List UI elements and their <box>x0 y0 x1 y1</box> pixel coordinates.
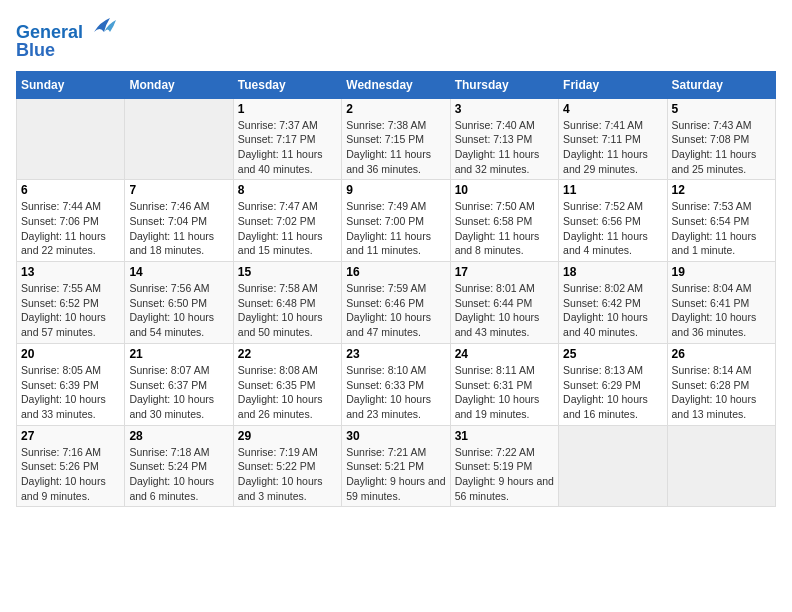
header-row: SundayMondayTuesdayWednesdayThursdayFrid… <box>17 71 776 98</box>
calendar-cell: 10Sunrise: 7:50 AM Sunset: 6:58 PM Dayli… <box>450 180 558 262</box>
day-detail: Sunrise: 8:05 AM Sunset: 6:39 PM Dayligh… <box>21 363 120 422</box>
day-number: 26 <box>672 347 771 361</box>
calendar-cell: 25Sunrise: 8:13 AM Sunset: 6:29 PM Dayli… <box>559 343 667 425</box>
day-detail: Sunrise: 7:53 AM Sunset: 6:54 PM Dayligh… <box>672 199 771 258</box>
day-number: 11 <box>563 183 662 197</box>
day-detail: Sunrise: 7:41 AM Sunset: 7:11 PM Dayligh… <box>563 118 662 177</box>
day-number: 29 <box>238 429 337 443</box>
day-detail: Sunrise: 8:08 AM Sunset: 6:35 PM Dayligh… <box>238 363 337 422</box>
day-number: 4 <box>563 102 662 116</box>
calendar-cell: 16Sunrise: 7:59 AM Sunset: 6:46 PM Dayli… <box>342 262 450 344</box>
day-detail: Sunrise: 8:01 AM Sunset: 6:44 PM Dayligh… <box>455 281 554 340</box>
day-number: 2 <box>346 102 445 116</box>
calendar-cell: 24Sunrise: 8:11 AM Sunset: 6:31 PM Dayli… <box>450 343 558 425</box>
day-number: 21 <box>129 347 228 361</box>
day-number: 1 <box>238 102 337 116</box>
day-detail: Sunrise: 8:02 AM Sunset: 6:42 PM Dayligh… <box>563 281 662 340</box>
calendar-cell: 17Sunrise: 8:01 AM Sunset: 6:44 PM Dayli… <box>450 262 558 344</box>
calendar-cell: 30Sunrise: 7:21 AM Sunset: 5:21 PM Dayli… <box>342 425 450 507</box>
logo: General Blue <box>16 16 118 61</box>
day-detail: Sunrise: 7:55 AM Sunset: 6:52 PM Dayligh… <box>21 281 120 340</box>
day-detail: Sunrise: 7:43 AM Sunset: 7:08 PM Dayligh… <box>672 118 771 177</box>
day-detail: Sunrise: 7:19 AM Sunset: 5:22 PM Dayligh… <box>238 445 337 504</box>
calendar-cell: 5Sunrise: 7:43 AM Sunset: 7:08 PM Daylig… <box>667 98 775 180</box>
calendar-cell: 13Sunrise: 7:55 AM Sunset: 6:52 PM Dayli… <box>17 262 125 344</box>
day-detail: Sunrise: 7:52 AM Sunset: 6:56 PM Dayligh… <box>563 199 662 258</box>
day-detail: Sunrise: 7:58 AM Sunset: 6:48 PM Dayligh… <box>238 281 337 340</box>
day-number: 8 <box>238 183 337 197</box>
calendar-cell: 8Sunrise: 7:47 AM Sunset: 7:02 PM Daylig… <box>233 180 341 262</box>
day-number: 19 <box>672 265 771 279</box>
calendar-cell: 19Sunrise: 8:04 AM Sunset: 6:41 PM Dayli… <box>667 262 775 344</box>
day-number: 7 <box>129 183 228 197</box>
day-detail: Sunrise: 8:14 AM Sunset: 6:28 PM Dayligh… <box>672 363 771 422</box>
calendar-cell: 22Sunrise: 8:08 AM Sunset: 6:35 PM Dayli… <box>233 343 341 425</box>
day-detail: Sunrise: 7:59 AM Sunset: 6:46 PM Dayligh… <box>346 281 445 340</box>
day-number: 14 <box>129 265 228 279</box>
calendar-cell: 31Sunrise: 7:22 AM Sunset: 5:19 PM Dayli… <box>450 425 558 507</box>
calendar-cell <box>559 425 667 507</box>
header-day-tuesday: Tuesday <box>233 71 341 98</box>
day-detail: Sunrise: 7:49 AM Sunset: 7:00 PM Dayligh… <box>346 199 445 258</box>
calendar-cell: 28Sunrise: 7:18 AM Sunset: 5:24 PM Dayli… <box>125 425 233 507</box>
calendar-cell <box>17 98 125 180</box>
day-number: 31 <box>455 429 554 443</box>
week-row-2: 6Sunrise: 7:44 AM Sunset: 7:06 PM Daylig… <box>17 180 776 262</box>
calendar-cell: 23Sunrise: 8:10 AM Sunset: 6:33 PM Dayli… <box>342 343 450 425</box>
day-number: 24 <box>455 347 554 361</box>
day-number: 3 <box>455 102 554 116</box>
calendar-cell: 7Sunrise: 7:46 AM Sunset: 7:04 PM Daylig… <box>125 180 233 262</box>
day-detail: Sunrise: 8:11 AM Sunset: 6:31 PM Dayligh… <box>455 363 554 422</box>
day-detail: Sunrise: 7:46 AM Sunset: 7:04 PM Dayligh… <box>129 199 228 258</box>
day-number: 23 <box>346 347 445 361</box>
day-number: 13 <box>21 265 120 279</box>
day-detail: Sunrise: 7:21 AM Sunset: 5:21 PM Dayligh… <box>346 445 445 504</box>
day-number: 25 <box>563 347 662 361</box>
day-number: 30 <box>346 429 445 443</box>
header-day-saturday: Saturday <box>667 71 775 98</box>
calendar-cell: 14Sunrise: 7:56 AM Sunset: 6:50 PM Dayli… <box>125 262 233 344</box>
day-detail: Sunrise: 7:50 AM Sunset: 6:58 PM Dayligh… <box>455 199 554 258</box>
day-number: 12 <box>672 183 771 197</box>
day-detail: Sunrise: 7:38 AM Sunset: 7:15 PM Dayligh… <box>346 118 445 177</box>
header-day-friday: Friday <box>559 71 667 98</box>
day-number: 16 <box>346 265 445 279</box>
calendar-cell: 26Sunrise: 8:14 AM Sunset: 6:28 PM Dayli… <box>667 343 775 425</box>
day-number: 17 <box>455 265 554 279</box>
calendar-cell: 21Sunrise: 8:07 AM Sunset: 6:37 PM Dayli… <box>125 343 233 425</box>
week-row-4: 20Sunrise: 8:05 AM Sunset: 6:39 PM Dayli… <box>17 343 776 425</box>
day-number: 27 <box>21 429 120 443</box>
calendar-cell: 29Sunrise: 7:19 AM Sunset: 5:22 PM Dayli… <box>233 425 341 507</box>
day-detail: Sunrise: 8:13 AM Sunset: 6:29 PM Dayligh… <box>563 363 662 422</box>
calendar-cell: 12Sunrise: 7:53 AM Sunset: 6:54 PM Dayli… <box>667 180 775 262</box>
week-row-1: 1Sunrise: 7:37 AM Sunset: 7:17 PM Daylig… <box>17 98 776 180</box>
day-number: 10 <box>455 183 554 197</box>
day-detail: Sunrise: 7:47 AM Sunset: 7:02 PM Dayligh… <box>238 199 337 258</box>
day-detail: Sunrise: 7:22 AM Sunset: 5:19 PM Dayligh… <box>455 445 554 504</box>
day-detail: Sunrise: 7:18 AM Sunset: 5:24 PM Dayligh… <box>129 445 228 504</box>
week-row-5: 27Sunrise: 7:16 AM Sunset: 5:26 PM Dayli… <box>17 425 776 507</box>
day-number: 28 <box>129 429 228 443</box>
day-detail: Sunrise: 8:10 AM Sunset: 6:33 PM Dayligh… <box>346 363 445 422</box>
calendar-cell: 3Sunrise: 7:40 AM Sunset: 7:13 PM Daylig… <box>450 98 558 180</box>
day-detail: Sunrise: 7:44 AM Sunset: 7:06 PM Dayligh… <box>21 199 120 258</box>
calendar-cell <box>125 98 233 180</box>
header-day-monday: Monday <box>125 71 233 98</box>
day-detail: Sunrise: 7:16 AM Sunset: 5:26 PM Dayligh… <box>21 445 120 504</box>
day-detail: Sunrise: 8:07 AM Sunset: 6:37 PM Dayligh… <box>129 363 228 422</box>
calendar-table: SundayMondayTuesdayWednesdayThursdayFrid… <box>16 71 776 508</box>
day-number: 22 <box>238 347 337 361</box>
day-detail: Sunrise: 8:04 AM Sunset: 6:41 PM Dayligh… <box>672 281 771 340</box>
day-detail: Sunrise: 7:40 AM Sunset: 7:13 PM Dayligh… <box>455 118 554 177</box>
header-day-wednesday: Wednesday <box>342 71 450 98</box>
day-detail: Sunrise: 7:56 AM Sunset: 6:50 PM Dayligh… <box>129 281 228 340</box>
day-detail: Sunrise: 7:37 AM Sunset: 7:17 PM Dayligh… <box>238 118 337 177</box>
calendar-cell <box>667 425 775 507</box>
calendar-cell: 18Sunrise: 8:02 AM Sunset: 6:42 PM Dayli… <box>559 262 667 344</box>
day-number: 15 <box>238 265 337 279</box>
day-number: 18 <box>563 265 662 279</box>
day-number: 6 <box>21 183 120 197</box>
week-row-3: 13Sunrise: 7:55 AM Sunset: 6:52 PM Dayli… <box>17 262 776 344</box>
day-number: 5 <box>672 102 771 116</box>
calendar-cell: 2Sunrise: 7:38 AM Sunset: 7:15 PM Daylig… <box>342 98 450 180</box>
